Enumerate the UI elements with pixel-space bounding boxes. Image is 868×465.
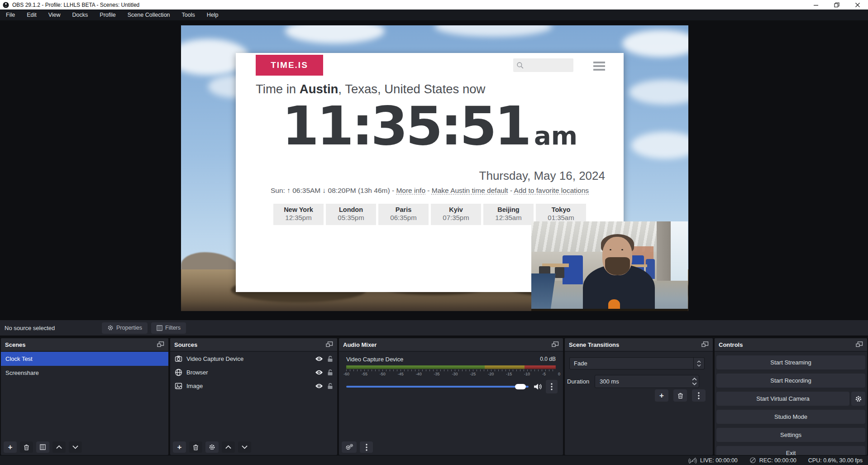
popout-icon[interactable] [552, 341, 559, 348]
menu-item-tools[interactable]: Tools [176, 10, 201, 20]
status-bar: LIVE: 00:00:00 REC: 00:00:00 CPU: 0.6%, … [0, 455, 868, 465]
eye-icon[interactable] [315, 369, 323, 375]
sources-title: Sources [174, 341, 197, 348]
cpu-status: CPU: 0.6%, 30.00 fps [808, 457, 863, 464]
preview-area: TIME.IS Time in Austin, Texas, United St… [0, 20, 868, 320]
duration-spin-arrows[interactable] [692, 375, 697, 388]
chevron-down-icon [692, 382, 697, 385]
transitions-toolbar: + [655, 389, 706, 402]
city-card: Kyiv07:35pm [431, 204, 481, 225]
popout-icon[interactable] [157, 341, 164, 348]
volume-slider[interactable] [346, 386, 529, 388]
move-source-up-button[interactable] [222, 441, 235, 453]
transition-properties-button[interactable] [692, 389, 706, 402]
webcam-overlay [531, 221, 688, 311]
scene-filters-button[interactable] [36, 441, 49, 453]
scene-item-clock-test[interactable]: Clock Test [1, 352, 168, 366]
filters-icon [40, 444, 46, 450]
mixer-track-row: Video Capture Device 0.0 dB [339, 352, 563, 364]
advanced-audio-button[interactable] [342, 441, 357, 453]
move-scene-up-button[interactable] [52, 441, 66, 453]
start-recording-button[interactable]: Start Recording [716, 374, 865, 388]
sources-header: Sources [170, 338, 337, 352]
eye-icon[interactable] [315, 383, 323, 389]
menu-bar: File Edit View Docks Profile Scene Colle… [0, 10, 868, 20]
popout-icon[interactable] [856, 341, 863, 348]
add-favorite-link: Add to favorite locations [514, 187, 589, 194]
close-button[interactable] [847, 0, 868, 10]
timeis-sun-info: Sun: ↑ 06:35AM ↓ 08:20PM (13h 46m) - Mor… [236, 187, 624, 195]
virtual-camera-config-button[interactable] [851, 392, 865, 406]
unlock-icon[interactable] [327, 355, 333, 362]
cloud [434, 25, 552, 37]
preview-canvas[interactable]: TIME.IS Time in Austin, Texas, United St… [181, 25, 688, 311]
source-properties-button[interactable] [205, 441, 219, 453]
context-bar: No source selected Properties Filters [0, 320, 868, 337]
image-icon [175, 382, 182, 390]
move-source-down-button[interactable] [238, 441, 251, 453]
add-source-button[interactable]: + [173, 441, 186, 453]
menu-item-profile[interactable]: Profile [94, 10, 121, 20]
settings-button[interactable]: Settings [716, 428, 865, 442]
remove-source-button[interactable] [189, 441, 202, 453]
transition-select-arrows[interactable] [693, 358, 704, 369]
gear-icon [209, 444, 215, 451]
speaker-icon[interactable] [533, 383, 542, 391]
menu-item-scene-collection[interactable]: Scene Collection [122, 10, 176, 20]
duration-spinbox[interactable]: 300 ms [595, 375, 699, 388]
volume-meter [346, 365, 556, 369]
mixer-options-button[interactable] [546, 380, 558, 393]
add-scene-button[interactable]: + [4, 441, 17, 453]
add-transition-button[interactable]: + [655, 389, 668, 402]
remove-transition-button[interactable] [673, 389, 687, 402]
no-source-label: No source selected [5, 325, 55, 331]
source-item-video-capture[interactable]: Video Capture Device [170, 352, 337, 365]
timeis-city: Austin [300, 82, 339, 96]
mixer-menu-button[interactable] [360, 441, 373, 453]
audio-mixer-toolbar [342, 441, 373, 453]
camera-icon [175, 355, 182, 363]
menu-item-file[interactable]: File [0, 10, 21, 20]
hamburger-menu-icon [593, 62, 605, 71]
exit-button[interactable]: Exit [716, 446, 865, 455]
studio-mode-button[interactable]: Studio Mode [716, 410, 865, 424]
source-label: Browser [186, 369, 311, 376]
trash-icon [677, 393, 683, 399]
chevron-up-icon [697, 360, 701, 363]
properties-button[interactable]: Properties [102, 322, 148, 334]
scene-item-screenshare[interactable]: Screenshare [1, 366, 168, 380]
mixer-track-name: Video Capture Device [346, 356, 403, 363]
source-item-image[interactable]: Image [170, 379, 337, 393]
source-item-browser[interactable]: Browser [170, 365, 337, 379]
filters-button[interactable]: Filters [151, 322, 186, 334]
restore-button[interactable] [826, 0, 847, 10]
menu-item-view[interactable]: View [43, 10, 67, 20]
menu-item-docks[interactable]: Docks [67, 10, 94, 20]
rec-status: REC: 00:00:00 [749, 457, 796, 464]
popout-icon[interactable] [326, 341, 333, 348]
timeis-clock: 11:35:51am [236, 95, 624, 157]
eye-icon[interactable] [315, 356, 323, 362]
controls-panel: Controls Start Streaming Start Recording… [715, 338, 867, 455]
cloud [631, 132, 688, 159]
stream-inactive-icon [688, 457, 697, 464]
transition-select[interactable]: Fade [569, 357, 705, 369]
menu-item-help[interactable]: Help [201, 10, 224, 20]
sources-toolbar: + [173, 441, 251, 453]
volume-slider-handle[interactable] [515, 384, 526, 389]
chevron-down-icon [697, 364, 701, 367]
unlock-icon[interactable] [327, 383, 333, 389]
menu-item-edit[interactable]: Edit [21, 10, 43, 20]
minimize-button[interactable] [806, 0, 826, 10]
unlock-icon[interactable] [327, 369, 333, 376]
move-scene-down-button[interactable] [69, 441, 82, 453]
gear-icon [107, 325, 114, 331]
start-streaming-button[interactable]: Start Streaming [716, 355, 865, 369]
audio-mixer-panel: Audio Mixer Video Capture Device 0.0 dB … [339, 338, 563, 455]
controls-header: Controls [715, 338, 867, 352]
popout-icon[interactable] [701, 341, 709, 348]
make-default-link: Make Austin time default [432, 187, 508, 194]
live-status: LIVE: 00:00:00 [688, 457, 738, 464]
start-virtual-camera-button[interactable]: Start Virtual Camera [716, 392, 849, 406]
remove-scene-button[interactable] [20, 441, 33, 453]
